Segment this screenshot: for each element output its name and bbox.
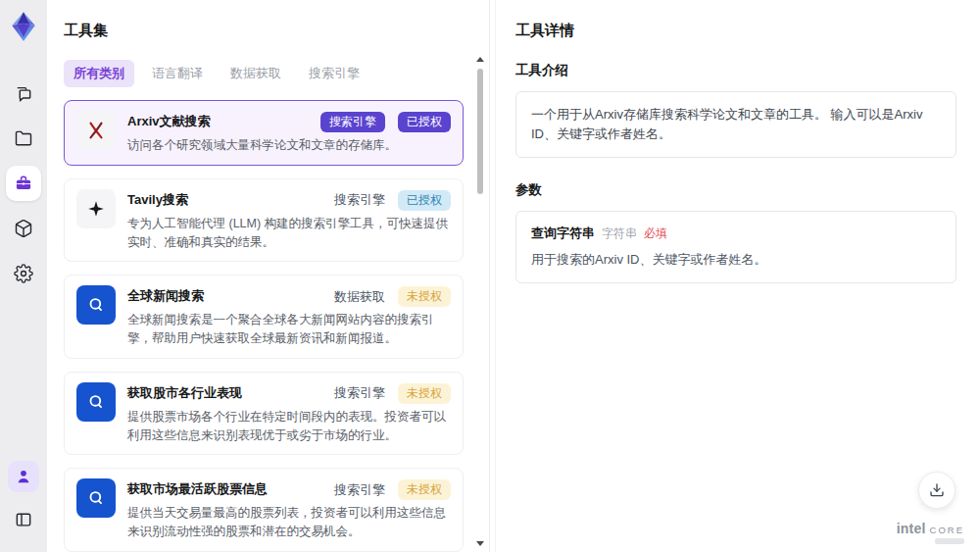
intel-logo-text: intel bbox=[897, 521, 926, 536]
tool-description: 提供股票市场各个行业在特定时间段内的表现。投资者可以利用这些信息来识别表现优于或… bbox=[127, 408, 451, 445]
param-name: 查询字符串 bbox=[531, 225, 595, 242]
card-body: 获取股市各行业表现 搜索引擎 未授权 提供股票市场各个行业在特定时间段内的表现。… bbox=[127, 382, 451, 445]
tool-description: 访问各个研究领域大量科学论文和文章的存储库。 bbox=[127, 136, 451, 155]
params-heading: 参数 bbox=[515, 181, 956, 199]
sidebar-rail bbox=[0, 0, 47, 552]
folder-icon bbox=[14, 128, 33, 148]
active-stocks-icon bbox=[76, 478, 116, 518]
param-box: 查询字符串 字符串 必填 用于搜索的Arxiv ID、关键字或作者姓名。 bbox=[515, 211, 956, 283]
tool-title: Tavily搜索 bbox=[127, 189, 188, 209]
intro-heading: 工具介绍 bbox=[515, 62, 956, 79]
chat-icon bbox=[14, 83, 33, 103]
scroll-down-arrow-icon[interactable] bbox=[476, 541, 484, 546]
card-body: Tavily搜索 搜索引擎 已授权 专为人工智能代理 (LLM) 构建的搜索引擎… bbox=[127, 189, 451, 252]
tool-card-global-news[interactable]: 全球新闻搜索 数据获取 未授权 全球新闻搜索是一个聚合全球各大新闻网站内容的搜索… bbox=[64, 275, 464, 359]
tool-detail-panel: 工具详情 工具介绍 一个用于从Arxiv存储库搜索科学论文和文章的工具。 输入可… bbox=[495, 0, 980, 552]
tool-card-list: Arxiv文献搜索 搜索引擎 已授权 访问各个研究领域大量科学论文和文章的存储库… bbox=[64, 100, 489, 552]
panel-toggle-icon bbox=[14, 510, 33, 529]
category-label: 搜索引擎 bbox=[334, 384, 385, 402]
tool-description: 全球新闻搜索是一个聚合全球各大新闻网站内容的搜索引擎，帮助用户快速获取全球最新资… bbox=[127, 311, 451, 348]
tool-card-stock-sectors[interactable]: 获取股市各行业表现 搜索引擎 未授权 提供股票市场各个行业在特定时间段内的表现。… bbox=[64, 372, 464, 456]
tool-title: 获取市场最活跃股票信息 bbox=[127, 478, 268, 498]
tab-search-engine[interactable]: 搜索引擎 bbox=[299, 60, 369, 87]
arxiv-icon bbox=[76, 111, 116, 150]
scroll-up-arrow-icon[interactable] bbox=[476, 57, 484, 62]
user-icon bbox=[14, 467, 33, 486]
app-logo bbox=[7, 10, 40, 43]
tool-card-tavily[interactable]: Tavily搜索 搜索引擎 已授权 专为人工智能代理 (LLM) 构建的搜索引擎… bbox=[64, 178, 464, 263]
auth-status-badge: 已授权 bbox=[398, 112, 451, 132]
param-required-badge: 必填 bbox=[644, 226, 667, 242]
auth-status-badge: 已授权 bbox=[398, 190, 451, 211]
intel-core-branding: intel CORE bbox=[897, 521, 964, 544]
intro-text-box: 一个用于从Arxiv存储库搜索科学论文和文章的工具。 输入可以是Arxiv ID… bbox=[515, 91, 956, 158]
tool-title: 获取股市各行业表现 bbox=[127, 382, 242, 402]
category-label: 数据获取 bbox=[334, 288, 385, 306]
tab-translation[interactable]: 语言翻译 bbox=[142, 60, 213, 87]
category-label: 搜索引擎 bbox=[334, 481, 385, 499]
tool-card-arxiv[interactable]: Arxiv文献搜索 搜索引擎 已授权 访问各个研究领域大量科学论文和文章的存储库… bbox=[64, 100, 464, 166]
main-area: 工具集 所有类别 语言翻译 数据获取 搜索引擎 Arxiv文献搜索 bbox=[47, 0, 980, 552]
intel-sub-badge bbox=[935, 538, 964, 544]
tool-title: 全球新闻搜索 bbox=[127, 285, 204, 305]
category-tabs: 所有类别 语言翻译 数据获取 搜索引擎 bbox=[64, 60, 489, 87]
param-description: 用于搜索的Arxiv ID、关键字或作者姓名。 bbox=[531, 250, 941, 270]
category-label: 搜索引擎 bbox=[334, 191, 385, 209]
sidebar-item-account[interactable] bbox=[8, 461, 39, 492]
param-type: 字符串 bbox=[602, 226, 637, 242]
scrollbar-thumb[interactable] bbox=[477, 69, 483, 194]
sidebar-item-chat[interactable] bbox=[6, 75, 41, 111]
sidebar-item-files[interactable] bbox=[6, 121, 41, 156]
gear-icon bbox=[14, 264, 33, 283]
cube-icon bbox=[14, 219, 33, 238]
auth-status-badge: 未授权 bbox=[398, 383, 451, 404]
page-title: 工具集 bbox=[64, 22, 489, 40]
tab-all-categories[interactable]: 所有类别 bbox=[64, 60, 134, 87]
tool-description: 提供当天交易量最高的股票列表，投资者可以利用这些信息来识别流动性强的股票和潜在的… bbox=[127, 504, 451, 541]
list-scrollbar[interactable] bbox=[475, 57, 485, 546]
sidebar-item-tools[interactable] bbox=[6, 166, 41, 201]
news-search-icon bbox=[76, 285, 116, 325]
card-body: 全球新闻搜索 数据获取 未授权 全球新闻搜索是一个聚合全球各大新闻网站内容的搜索… bbox=[127, 285, 451, 348]
core-logo-text: CORE bbox=[930, 525, 964, 535]
category-badge: 搜索引擎 bbox=[320, 112, 385, 132]
tavily-star-icon bbox=[76, 189, 116, 228]
download-icon bbox=[928, 481, 946, 499]
tab-data-fetch[interactable]: 数据获取 bbox=[220, 60, 291, 87]
detail-title: 工具详情 bbox=[515, 22, 956, 40]
card-body: 获取市场最活跃股票信息 搜索引擎 未授权 提供当天交易量最高的股票列表，投资者可… bbox=[127, 478, 451, 541]
stock-sector-icon bbox=[76, 382, 116, 422]
tool-description: 专为人工智能代理 (LLM) 构建的搜索引擎工具，可快速提供实时、准确和真实的结… bbox=[127, 215, 451, 252]
tool-title: Arxiv文献搜索 bbox=[127, 111, 211, 130]
tool-card-active-stocks[interactable]: 获取市场最活跃股票信息 搜索引擎 未授权 提供当天交易量最高的股票列表，投资者可… bbox=[64, 468, 464, 552]
download-button[interactable] bbox=[918, 472, 956, 509]
briefcase-icon bbox=[14, 174, 33, 193]
auth-status-badge: 未授权 bbox=[398, 286, 451, 307]
card-body: Arxiv文献搜索 搜索引擎 已授权 访问各个研究领域大量科学论文和文章的存储库… bbox=[127, 111, 451, 155]
sidebar-item-models[interactable] bbox=[6, 211, 41, 246]
auth-status-badge: 未授权 bbox=[398, 479, 451, 500]
sidebar-item-panel-toggle[interactable] bbox=[6, 502, 41, 537]
sidebar-item-settings[interactable] bbox=[6, 256, 41, 291]
tool-list-panel: 工具集 所有类别 语言翻译 数据获取 搜索引擎 Arxiv文献搜索 bbox=[47, 0, 490, 552]
